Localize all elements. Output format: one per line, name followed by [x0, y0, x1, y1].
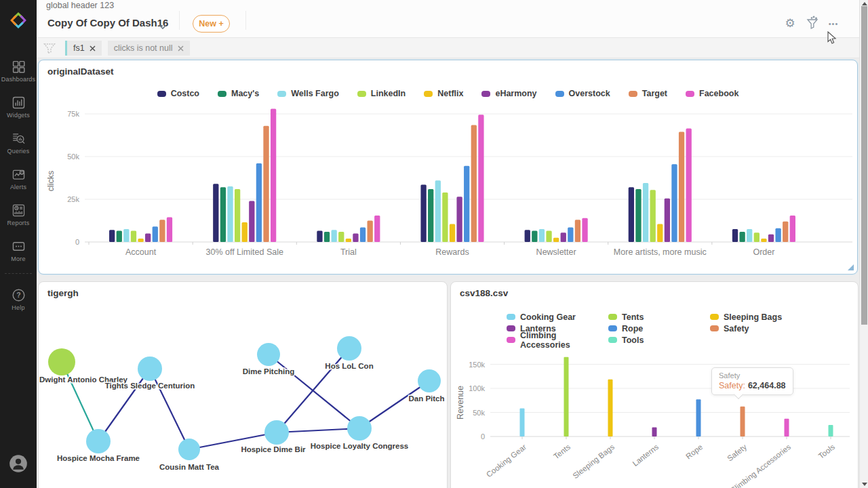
legend-item[interactable]: Target — [629, 89, 667, 98]
bar[interactable] — [785, 419, 789, 436]
new-button[interactable]: New + — [193, 15, 230, 33]
widget-resize-handle[interactable] — [848, 264, 854, 270]
bar[interactable] — [220, 187, 226, 242]
bar[interactable] — [635, 189, 641, 242]
bar[interactable] — [629, 187, 634, 242]
bar[interactable] — [564, 357, 569, 436]
network-node[interactable] — [86, 429, 111, 453]
bar[interactable] — [332, 230, 337, 242]
bar[interactable] — [561, 232, 566, 242]
bar[interactable] — [761, 239, 766, 242]
bar[interactable] — [271, 108, 276, 242]
bar[interactable] — [754, 232, 760, 242]
bar[interactable] — [652, 428, 657, 436]
sidebar-item-reports[interactable]: Reports — [0, 197, 37, 232]
bar[interactable] — [671, 164, 677, 242]
sidebar-item-alerts[interactable]: Alerts — [0, 161, 37, 197]
bar[interactable] — [747, 229, 752, 242]
chevron-down-icon[interactable] — [159, 20, 167, 33]
legend-item[interactable]: Climbing Accessories — [507, 334, 608, 346]
bar[interactable] — [696, 399, 701, 436]
legend-item[interactable]: LinkedIn — [357, 89, 406, 98]
bar[interactable] — [546, 231, 551, 242]
dashboard-title[interactable]: Copy Of Copy Of Dash16 — [47, 17, 168, 28]
legend-item[interactable]: Tents — [608, 311, 710, 323]
bar[interactable] — [739, 232, 745, 242]
legend-item[interactable]: Macy's — [218, 89, 259, 98]
bar[interactable] — [159, 220, 165, 242]
bar[interactable] — [741, 407, 745, 436]
bar[interactable] — [138, 239, 143, 242]
network-node[interactable] — [48, 348, 75, 375]
bar[interactable] — [346, 239, 351, 242]
sidebar-item-more[interactable]: More — [0, 232, 37, 268]
bar[interactable] — [471, 125, 477, 242]
bar[interactable] — [263, 126, 269, 242]
bar[interactable] — [123, 229, 129, 242]
network-node[interactable] — [418, 369, 441, 392]
bar[interactable] — [532, 231, 537, 242]
scrollbar-thumb[interactable] — [861, 6, 867, 325]
bar[interactable] — [324, 232, 330, 242]
network-node[interactable] — [264, 420, 289, 445]
filter-chip[interactable]: fs1 — [65, 41, 102, 56]
bar[interactable] — [235, 189, 240, 242]
bar[interactable] — [353, 233, 358, 242]
more-menu-icon[interactable]: ••• — [826, 16, 841, 31]
bar[interactable] — [145, 233, 151, 242]
filter-funnel-icon[interactable] — [43, 41, 56, 55]
sidebar-item-widgets[interactable]: Widgets — [0, 89, 37, 125]
widget-tigergh[interactable]: Dwight Antonio CharleyTights Sledge Cent… — [38, 281, 448, 488]
bar[interactable] — [525, 230, 530, 242]
bar[interactable] — [338, 232, 344, 242]
bar[interactable] — [608, 380, 613, 436]
legend-item[interactable]: Safety — [710, 323, 782, 334]
legend-item[interactable]: Costco — [157, 89, 199, 98]
legend-item[interactable]: Wells Fargo — [277, 89, 339, 98]
legend-item[interactable]: eHarmony — [481, 89, 536, 98]
bar[interactable] — [568, 228, 573, 242]
bar[interactable] — [520, 408, 525, 436]
bar[interactable] — [665, 199, 670, 242]
bar[interactable] — [435, 180, 441, 242]
bar[interactable] — [442, 192, 448, 242]
network-node[interactable] — [257, 343, 280, 366]
bar[interactable] — [650, 190, 656, 242]
widget-original-dataset[interactable]: originalDataset CostcoMacy'sWells FargoL… — [38, 60, 858, 274]
bar[interactable] — [117, 231, 122, 242]
bar[interactable] — [167, 217, 172, 242]
network-node[interactable] — [337, 336, 361, 361]
bar[interactable] — [582, 218, 587, 242]
legend-item[interactable]: Rope — [608, 323, 710, 334]
bar[interactable] — [775, 228, 781, 242]
bar[interactable] — [428, 189, 433, 242]
network-node[interactable] — [178, 439, 200, 460]
legend-item[interactable]: Netflix — [424, 89, 463, 98]
bar[interactable] — [109, 230, 115, 242]
bar[interactable] — [153, 226, 158, 242]
bar[interactable] — [420, 185, 426, 242]
bar[interactable] — [213, 184, 218, 242]
scrollbar-up-icon[interactable] — [862, 2, 867, 5]
widget-csv188[interactable]: csv188.csv Cooking GearLanternsClimbing … — [450, 281, 859, 488]
bar[interactable] — [478, 115, 484, 242]
bar[interactable] — [374, 216, 380, 242]
bar[interactable] — [131, 231, 136, 242]
legend-item[interactable]: Sleeping Bags — [710, 311, 782, 323]
sidebar-item-dashboards[interactable]: Dashboards — [0, 53, 37, 89]
legend-item[interactable]: Cooking Gear — [507, 311, 608, 323]
bar[interactable] — [450, 224, 455, 242]
legend-item[interactable]: Tools — [608, 334, 710, 346]
bar[interactable] — [657, 224, 663, 242]
bar[interactable] — [768, 235, 774, 242]
filter-magic-icon[interactable] — [805, 15, 820, 30]
bar[interactable] — [553, 238, 559, 242]
settings-gear-icon[interactable]: ⚙ — [783, 16, 797, 31]
bar[interactable] — [790, 216, 795, 242]
bar[interactable] — [368, 221, 373, 243]
bar[interactable] — [456, 197, 462, 242]
sidebar-item-queries[interactable]: Queries — [0, 125, 37, 161]
network-node[interactable] — [347, 416, 372, 441]
bar[interactable] — [360, 228, 366, 242]
filter-chip[interactable]: clicks is not null — [108, 41, 190, 56]
